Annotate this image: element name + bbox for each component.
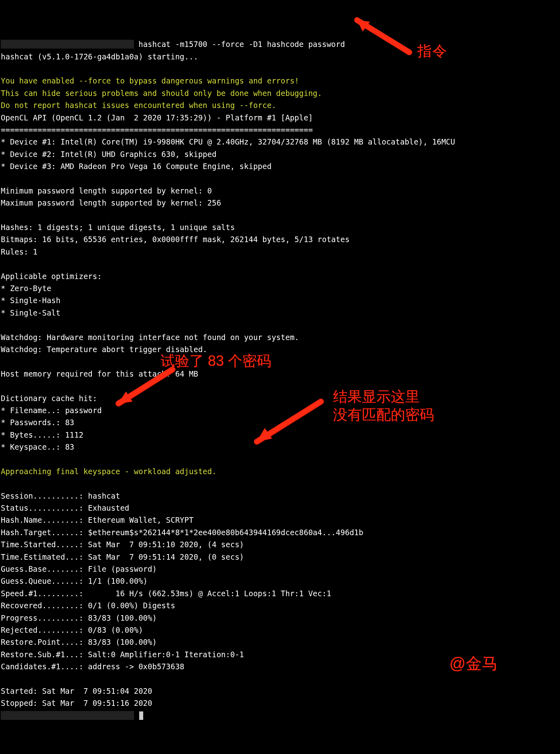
- status-restorepoint: Restore.Point....: 83/83 (100.00%): [1, 638, 157, 646]
- command-line: hashcat -m15700 --force -D1 hashcode pas…: [138, 40, 345, 49]
- status-rejected: Rejected.........: 0/83 (0.00%): [1, 626, 143, 634]
- status-progress: Progress.........: 83/83 (100.00%): [1, 613, 157, 622]
- status-status: Status...........: Exhausted: [1, 503, 129, 512]
- device-line: * Device #3: AMD Radeon Pro Vega 16 Comp…: [1, 162, 272, 171]
- optimizers-header: Applicable optimizers:: [1, 272, 102, 281]
- dict-bytes: * Bytes.....: 1112: [1, 430, 83, 439]
- arrow-icon: [241, 393, 329, 454]
- min-pass-len: Minimum password length supported by ker…: [1, 186, 212, 195]
- status-recovered: Recovered........: 0/1 (0.00%) Digests: [1, 601, 175, 610]
- redacted-prompt: █████████████████████████████: [1, 40, 134, 49]
- status-timeest: Time.Estimated...: Sat Mar 7 09:51:14 20…: [1, 552, 244, 561]
- force-warning: Do not report hashcat issues encountered…: [1, 101, 276, 110]
- status-speed: Speed.#1.........: 16 H/s (662.53ms) @ A…: [1, 589, 331, 598]
- terminal-window[interactable]: █████████████████████████████ hashcat -m…: [0, 24, 560, 723]
- status-guessbase: Guess.Base.......: File (password): [1, 564, 157, 573]
- redacted-prompt: █████████████████████████████: [1, 711, 134, 720]
- rules-line: Rules: 1: [1, 247, 38, 256]
- stopped-line: Stopped: Sat Mar 7 09:51:16 2020: [1, 699, 152, 707]
- starting-line: hashcat (v5.1.0-1726-ga4db1a0a) starting…: [1, 52, 198, 61]
- cursor-block: [139, 711, 143, 720]
- status-hashtarget: Hash.Target......: $ethereum$s*262144*8*…: [1, 528, 363, 537]
- separator-line: ========================================…: [1, 125, 313, 134]
- optimizer-item: * Zero-Byte: [1, 284, 51, 293]
- status-restoresub: Restore.Sub.#1...: Salt:0 Amplifier:0-1 …: [1, 650, 244, 659]
- dict-filename: * Filename..: password: [1, 406, 102, 415]
- optimizer-item: * Single-Salt: [1, 308, 61, 317]
- signature-text: @金马: [449, 650, 498, 676]
- started-line: Started: Sat Mar 7 09:51:04 2020: [1, 687, 152, 695]
- status-session: Session..........: hashcat: [1, 491, 120, 500]
- dict-keyspace: * Keyspace..: 83: [1, 442, 74, 451]
- status-timestarted: Time.Started.....: Sat Mar 7 09:51:10 20…: [1, 540, 244, 549]
- annotation-tried-passwords: 试验了 83 个密码: [160, 349, 271, 373]
- dict-cache-header: Dictionary cache hit:: [1, 394, 97, 403]
- max-pass-len: Maximum password length supported by ker…: [1, 198, 221, 207]
- force-warning: You have enabled --force to bypass dange…: [1, 76, 299, 85]
- annotation-no-match: 结果显示这里没有匹配的密码: [333, 387, 434, 424]
- device-line: * Device #2: Intel(R) UHD Graphics 630, …: [1, 150, 217, 159]
- bitmaps-line: Bitmaps: 16 bits, 65536 entries, 0x0000f…: [1, 235, 349, 244]
- device-line: * Device #1: Intel(R) Core(TM) i9-9980HK…: [1, 137, 455, 146]
- opencl-api-line: OpenCL API (OpenCL 1.2 (Jan 2 2020 17:35…: [1, 113, 313, 122]
- optimizer-item: * Single-Hash: [1, 296, 61, 305]
- approaching-final-keyspace: Approaching final keyspace - workload ad…: [1, 467, 217, 476]
- hashes-line: Hashes: 1 digests; 1 unique digests, 1 u…: [1, 223, 235, 232]
- status-hashname: Hash.Name........: Ethereum Wallet, SCRY…: [1, 516, 193, 524]
- annotation-command: 指令: [417, 39, 448, 63]
- force-warning: This can hide serious problems and shoul…: [1, 89, 322, 98]
- status-guessqueue: Guess.Queue......: 1/1 (100.00%): [1, 577, 148, 585]
- dict-passwords: * Passwords.: 83: [1, 418, 74, 427]
- watchdog-line: Watchdog: Hardware monitoring interface …: [1, 333, 299, 342]
- status-candidates: Candidates.#1....: address -> 0x0b573638: [1, 662, 185, 671]
- arrow-icon: [345, 12, 413, 60]
